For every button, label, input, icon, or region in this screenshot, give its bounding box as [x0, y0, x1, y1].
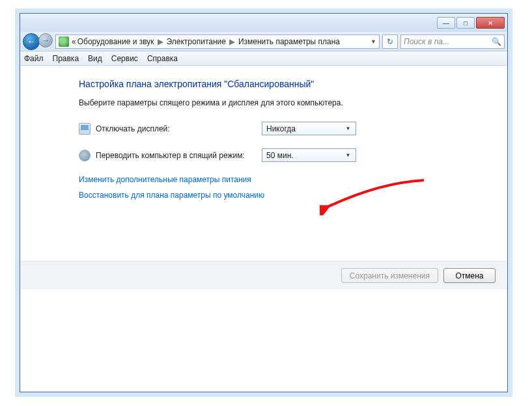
- breadcrumb-item[interactable]: Изменить параметры плана: [238, 37, 340, 46]
- breadcrumb-sep: ▶: [227, 37, 237, 46]
- menu-help[interactable]: Справка: [147, 54, 178, 63]
- address-bar[interactable]: « Оборудование и звук ▶ Электропитание ▶…: [55, 34, 380, 49]
- sleep-value: 50 мин.: [266, 151, 294, 160]
- save-button: Сохранить изменения: [341, 268, 438, 283]
- control-panel-icon: [59, 36, 69, 47]
- nav-buttons: ← →: [23, 33, 53, 50]
- chevron-down-icon[interactable]: ▼: [371, 38, 376, 45]
- sleep-dropdown[interactable]: 50 мин. ▼: [262, 148, 356, 162]
- display-off-label: Отключать дисплей:: [96, 124, 262, 133]
- menu-file[interactable]: Файл: [24, 54, 44, 63]
- menu-view[interactable]: Вид: [88, 54, 102, 63]
- window-frame: — □ ✕ ← → « Оборудование и звук ▶ Электр…: [20, 13, 508, 392]
- setting-display-row: Отключать дисплей: Никогда ▼: [79, 122, 489, 135]
- breadcrumb-sep: ▶: [156, 37, 165, 46]
- restore-defaults-link[interactable]: Восстановить для плана параметры по умол…: [79, 191, 489, 200]
- breadcrumb-item[interactable]: Оборудование и звук: [77, 37, 154, 46]
- sleep-label: Переводить компьютер в спящий режим:: [96, 151, 262, 160]
- display-off-dropdown[interactable]: Никогда ▼: [262, 122, 356, 135]
- menu-bar: Файл Правка Вид Сервис Справка: [20, 51, 507, 66]
- address-row: ← → « Оборудование и звук ▶ Электропитан…: [20, 32, 507, 51]
- maximize-button[interactable]: □: [456, 17, 475, 29]
- button-row: Сохранить изменения Отмена: [20, 261, 507, 290]
- search-input[interactable]: Поиск в па... 🔍: [400, 34, 505, 49]
- maximize-icon: □: [464, 20, 468, 27]
- close-button[interactable]: ✕: [476, 17, 505, 29]
- menu-service[interactable]: Сервис: [111, 54, 138, 63]
- links-block: Изменить дополнительные параметры питани…: [79, 175, 489, 200]
- setting-sleep-row: Переводить компьютер в спящий режим: 50 …: [79, 148, 489, 162]
- titlebar: — □ ✕: [20, 14, 507, 32]
- breadcrumb-prefix: «: [72, 37, 76, 46]
- minimize-icon: —: [443, 20, 449, 27]
- minimize-button[interactable]: —: [437, 17, 455, 29]
- display-off-value: Никогда: [266, 124, 296, 133]
- menu-edit[interactable]: Правка: [53, 54, 79, 63]
- content-area: Настройка плана электропитания "Сбаланси…: [20, 66, 507, 392]
- cancel-button[interactable]: Отмена: [443, 268, 496, 283]
- forward-button[interactable]: →: [38, 33, 53, 47]
- sleep-icon: [79, 150, 91, 161]
- advanced-settings-link[interactable]: Изменить дополнительные параметры питани…: [79, 175, 489, 184]
- refresh-button[interactable]: ↻: [382, 34, 398, 49]
- chevron-down-icon: ▼: [343, 122, 353, 135]
- search-placeholder: Поиск в па...: [404, 37, 449, 46]
- page-title: Настройка плана электропитания "Сбаланси…: [79, 79, 489, 89]
- display-icon: [79, 123, 91, 135]
- close-icon: ✕: [488, 20, 493, 27]
- page-subtext: Выберите параметры спящего режима и дисп…: [79, 98, 489, 107]
- chevron-down-icon: ▼: [343, 149, 353, 161]
- back-button[interactable]: ←: [23, 33, 40, 50]
- search-icon: 🔍: [492, 37, 501, 46]
- breadcrumb-item[interactable]: Электропитание: [167, 37, 226, 46]
